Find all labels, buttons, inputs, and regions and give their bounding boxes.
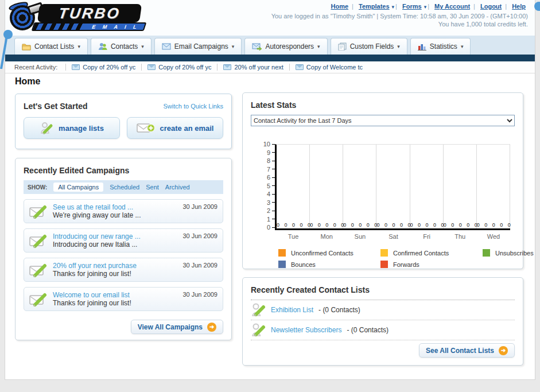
contact-list-link[interactable]: Exhibition List bbox=[271, 306, 313, 314]
campaign-date: 30 Jun 2009 bbox=[182, 203, 217, 210]
tab-contact-lists[interactable]: Contact Lists ▾ bbox=[14, 38, 88, 55]
view-all-campaigns-button[interactable]: View All Campaigns ➜ bbox=[131, 320, 223, 334]
campaign-subtitle: Thanks for joining our list! bbox=[53, 270, 177, 278]
legend-item: Forwards bbox=[380, 261, 483, 268]
tab-label: Email Campaigns bbox=[174, 42, 228, 51]
stats-report-select[interactable]: Contact Activity for the Last 7 Days bbox=[251, 115, 515, 126]
chart-day-column: 0 0 0 0 0 bbox=[343, 145, 376, 228]
chart-day-column: 0 0 0 0 0 bbox=[410, 145, 444, 228]
chevron-down-icon: ▾ bbox=[141, 44, 144, 49]
legend-item: Unconfirmed Contacts bbox=[278, 249, 380, 257]
filter-all-campaigns[interactable]: All Campaigns bbox=[53, 183, 103, 192]
tab-label: Autoresponders bbox=[265, 42, 314, 51]
tab-autoresponders[interactable]: Autoresponders ▾ bbox=[244, 38, 327, 55]
chevron-down-icon: ▾ bbox=[317, 44, 320, 49]
campaign-row[interactable]: See us at the retail food ... We're givi… bbox=[24, 199, 223, 223]
edit-campaign-icon bbox=[29, 262, 48, 278]
see-all-contact-lists-button[interactable]: See All Contact Lists ➜ bbox=[419, 343, 515, 358]
recently-created-contact-lists-panel: Recently Created Contact Lists Exhibitio… bbox=[242, 277, 523, 366]
forms-dropdown-arrow-icon[interactable]: ▾ bbox=[424, 4, 427, 10]
tab-contacts[interactable]: Contacts ▾ bbox=[91, 38, 151, 55]
legend-label: Bounces bbox=[291, 261, 316, 268]
recent-activity-link: Copy of 20% off yc bbox=[158, 64, 211, 71]
chevron-down-icon: ▾ bbox=[461, 44, 464, 49]
nav-link-my-account[interactable]: My Account bbox=[434, 3, 470, 10]
campaign-date: 30 Jun 2009 bbox=[182, 262, 217, 269]
login-status-text: You are logged in as "Timothy Smith" | S… bbox=[271, 12, 528, 20]
recent-activity-item[interactable]: 20% off your next bbox=[217, 64, 289, 71]
separator: | bbox=[428, 3, 429, 10]
tab-statistics[interactable]: Statistics ▾ bbox=[410, 38, 471, 55]
recent-activity-label: Recent Activity: bbox=[14, 64, 57, 71]
main-nav-tabbar: Contact Lists ▾ Contacts ▾ Email Campaig… bbox=[5, 36, 535, 55]
login-info: You are logged in as "Timothy Smith" | S… bbox=[271, 12, 528, 28]
legend-label: Unsubscribes bbox=[495, 250, 534, 257]
chart-day-column: 0 0 0 0 0 bbox=[444, 145, 477, 228]
campaign-title-link[interactable]: 20% off your next purchase bbox=[53, 262, 177, 270]
latest-stats-panel: Latest Stats Contact Activity for the La… bbox=[242, 92, 523, 269]
chart-day-column: 0 0 0 0 0 bbox=[376, 145, 410, 228]
manage-lists-button[interactable]: manage lists bbox=[24, 117, 120, 139]
folder-icon bbox=[22, 42, 31, 51]
envelope-icon bbox=[296, 64, 304, 70]
tab-label: Contact Lists bbox=[34, 42, 74, 51]
recent-activity-item[interactable]: Copy of Welcome tc bbox=[289, 64, 368, 71]
chart-day-column: 0 0 0 0 0 bbox=[310, 145, 343, 228]
chart-y-axis: 10 9 8 7 6 5 4 3 2 1 0 bbox=[261, 142, 275, 230]
logo-text-turbo: TURBO bbox=[57, 5, 122, 22]
app-window: TURBO E M A I L Home| Templates▾| Forms▾… bbox=[5, 0, 535, 380]
chevron-down-icon: ▾ bbox=[77, 44, 80, 49]
contact-list-item[interactable]: Newsletter Subscribers - (0 Contacts) bbox=[251, 320, 515, 340]
campaign-row[interactable]: Introducing our new range ... Introducin… bbox=[24, 228, 223, 253]
filter-sent[interactable]: Sent bbox=[146, 184, 159, 191]
tab-custom-fields[interactable]: Custom Fields ▾ bbox=[331, 38, 407, 55]
templates-dropdown-arrow-icon[interactable]: ▾ bbox=[392, 4, 395, 10]
create-email-button[interactable]: create an email bbox=[127, 117, 223, 139]
turbo-email-logo[interactable]: TURBO E M A I L bbox=[9, 2, 146, 32]
recent-activity-link: Copy of Welcome tc bbox=[306, 64, 363, 71]
contacts-icon bbox=[98, 42, 107, 51]
legend-item: Bounces bbox=[278, 261, 380, 268]
edit-campaign-icon bbox=[29, 291, 48, 307]
contact-list-link[interactable]: Newsletter Subscribers bbox=[271, 326, 341, 334]
bar-value-labels: 0 0 0 0 0 bbox=[477, 222, 510, 228]
tab-label: Custom Fields bbox=[350, 42, 394, 51]
campaign-date: 30 Jun 2009 bbox=[182, 291, 217, 298]
campaign-row[interactable]: Welcome to our email list Thanks for joi… bbox=[24, 287, 223, 311]
nav-link-logout[interactable]: Logout bbox=[480, 3, 502, 10]
campaign-title-link[interactable]: See us at the retail food ... bbox=[53, 203, 177, 211]
logo-email-bar: E M A I L bbox=[32, 22, 147, 31]
bar-value-labels: 0 0 0 0 0 bbox=[343, 222, 376, 228]
arrow-right-icon: ➜ bbox=[499, 346, 508, 355]
filter-scheduled[interactable]: Scheduled bbox=[110, 184, 139, 191]
autoresponder-envelope-icon bbox=[252, 43, 262, 51]
nav-link-help[interactable]: Help bbox=[512, 3, 526, 10]
bar-chart-icon bbox=[418, 43, 426, 51]
nav-link-templates[interactable]: Templates bbox=[359, 3, 390, 10]
campaign-filter-bar: SHOW: All Campaigns Scheduled Sent Archi… bbox=[24, 180, 223, 194]
arrow-right-icon: ➜ bbox=[207, 323, 216, 332]
recent-activity-bar: Recent Activity: Copy of 20% off yc Copy… bbox=[5, 61, 535, 73]
stats-panel-title: Latest Stats bbox=[251, 100, 515, 110]
filter-archived[interactable]: Archived bbox=[165, 184, 190, 191]
campaign-title-link[interactable]: Introducing our new range ... bbox=[53, 232, 177, 240]
edit-contact-list-icon bbox=[251, 323, 266, 337]
contact-list-count: - (0 Contacts) bbox=[318, 306, 360, 314]
contact-list-item[interactable]: Exhibition List - (0 Contacts) bbox=[251, 300, 515, 320]
switch-quick-links-link[interactable]: Switch to Quick Links bbox=[163, 103, 223, 110]
chart-x-axis-labels: Tue Mon Sun Sat Fri Thu Wed bbox=[277, 233, 510, 240]
campaign-title-link[interactable]: Welcome to our email list bbox=[53, 291, 177, 299]
campaign-subtitle: Thanks for joining our list! bbox=[53, 299, 177, 307]
top-nav-links: Home| Templates▾| Forms▾| My Account| Lo… bbox=[329, 3, 529, 10]
get-started-title: Let's Get Started bbox=[24, 102, 87, 111]
tab-label: Contacts bbox=[111, 42, 138, 51]
nav-link-home[interactable]: Home bbox=[331, 3, 349, 10]
nav-link-forms[interactable]: Forms bbox=[402, 3, 422, 10]
tab-email-campaigns[interactable]: Email Campaigns ▾ bbox=[154, 38, 242, 55]
campaign-row[interactable]: 20% off your next purchase Thanks for jo… bbox=[24, 258, 223, 282]
recent-activity-link: Copy of 20% off yc bbox=[83, 64, 135, 71]
envelope-icon bbox=[147, 64, 156, 70]
recent-activity-item[interactable]: Copy of 20% off yc bbox=[141, 64, 217, 71]
credits-text: You have 1,000 total credits left. bbox=[271, 20, 528, 28]
recent-activity-item[interactable]: Copy of 20% off yc bbox=[65, 64, 141, 71]
